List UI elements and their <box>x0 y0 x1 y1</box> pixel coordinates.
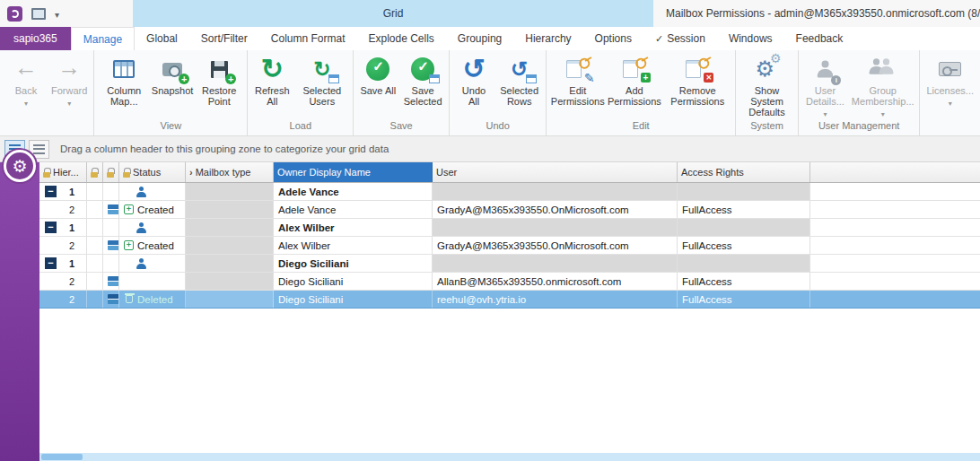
cell[interactable] <box>103 237 119 254</box>
mailbox-type-cell[interactable] <box>186 291 274 308</box>
column-header-user[interactable]: User <box>433 162 678 182</box>
save-all-button[interactable]: Save All <box>356 52 399 96</box>
cell[interactable] <box>103 273 119 290</box>
hierarchy-cell[interactable]: 2 <box>39 291 87 308</box>
access-rights-cell[interactable]: FullAccess <box>678 291 810 308</box>
status-cell[interactable] <box>119 183 186 200</box>
column-header-locked-1[interactable] <box>87 162 103 182</box>
collapse-icon[interactable] <box>45 186 57 197</box>
access-rights-cell[interactable] <box>678 255 810 272</box>
tab-feedback[interactable]: Feedback <box>784 27 855 50</box>
tab-manage[interactable]: Manage <box>71 27 135 50</box>
tab-hierarchy[interactable]: Hierarchy <box>513 27 582 50</box>
owner-cell[interactable]: Diego Siciliani <box>274 255 433 272</box>
user-cell[interactable]: GradyA@M365x393550.OnMicrosoft.com <box>433 201 678 218</box>
tab-session[interactable]: Session <box>643 27 717 50</box>
owner-cell[interactable]: Adele Vance <box>274 183 433 200</box>
access-rights-cell[interactable]: FullAccess <box>678 201 810 218</box>
refresh-all-button[interactable]: Refresh All <box>250 52 293 107</box>
hierarchy-cell[interactable]: 1 <box>39 183 87 200</box>
tab-global[interactable]: Global <box>135 27 189 50</box>
scrollbar-thumb[interactable] <box>41 454 83 460</box>
cell[interactable] <box>87 291 103 308</box>
horizontal-scrollbar[interactable] <box>39 453 980 461</box>
cell[interactable] <box>87 273 103 290</box>
group-row[interactable]: 1 Diego Siciliani <box>39 255 980 273</box>
snapshot-button[interactable]: Snapshot <box>151 52 194 96</box>
undo-all-button[interactable]: Undo All <box>452 52 495 107</box>
licenses-button[interactable]: Licenses... <box>923 52 977 109</box>
cell[interactable] <box>103 291 119 308</box>
owner-cell[interactable]: Diego Siciliani <box>274 291 433 308</box>
column-header-status[interactable]: Status <box>119 162 186 182</box>
mailbox-type-cell[interactable] <box>186 219 274 236</box>
owner-cell[interactable]: Alex Wilber <box>274 237 433 254</box>
user-cell[interactable] <box>433 219 678 236</box>
user-cell[interactable] <box>433 255 678 272</box>
cell[interactable] <box>87 255 103 272</box>
tab-column-format[interactable]: Column Format <box>259 27 357 50</box>
group-row[interactable]: 1 Adele Vance <box>39 183 980 201</box>
mailbox-type-cell[interactable] <box>186 183 274 200</box>
remove-permissions-button[interactable]: Remove Permissions <box>662 52 732 107</box>
grouping-zone[interactable]: Drag a column header to this grouping zo… <box>0 136 980 162</box>
cell[interactable] <box>87 183 103 200</box>
window-icon[interactable] <box>31 8 46 20</box>
column-header-access-rights[interactable]: Access Rights <box>678 162 810 182</box>
show-system-defaults-button[interactable]: Show System Defaults <box>739 52 795 117</box>
group-membership-button[interactable]: Group Membership... <box>849 52 916 120</box>
tab-sapio365[interactable]: sapio365 <box>0 27 71 50</box>
forward-button[interactable]: Forward <box>48 52 91 109</box>
detail-row[interactable]: 2 Created Alex Wilber GradyA@M365x393550… <box>39 237 980 255</box>
grid-window-tab[interactable]: Grid <box>133 0 653 27</box>
collapse-icon[interactable] <box>45 257 57 269</box>
tab-windows[interactable]: Windows <box>717 27 784 50</box>
hierarchy-cell[interactable]: 2 <box>39 201 87 218</box>
app-icon[interactable] <box>7 6 22 22</box>
column-header-hierarchy[interactable]: Hier... <box>39 162 87 182</box>
cell[interactable] <box>87 237 103 254</box>
status-cell[interactable] <box>119 255 186 272</box>
column-header-owner-display-name[interactable]: Owner Display Name <box>274 162 433 182</box>
owner-cell[interactable]: Alex Wilber <box>274 219 433 236</box>
edit-permissions-button[interactable]: Edit Permissions <box>549 52 606 107</box>
tab-options[interactable]: Options <box>583 27 643 50</box>
user-cell[interactable]: AllanB@M365x393550.onmicrosoft.com <box>433 273 678 290</box>
group-row[interactable]: 1 Alex Wilber <box>39 219 980 237</box>
status-cell[interactable]: Deleted <box>119 291 186 308</box>
cell[interactable] <box>103 219 119 236</box>
cell[interactable] <box>103 255 119 272</box>
hierarchy-cell[interactable]: 2 <box>39 273 87 290</box>
owner-cell[interactable]: Diego Siciliani <box>274 273 433 290</box>
user-cell[interactable]: GradyA@M365x393550.OnMicrosoft.com <box>433 237 678 254</box>
save-selected-button[interactable]: Save Selected <box>399 52 446 107</box>
add-permissions-button[interactable]: Add Permissions <box>606 52 662 107</box>
cell[interactable] <box>103 183 119 200</box>
cell[interactable] <box>87 219 103 236</box>
tab-sort-filter[interactable]: Sort/Filter <box>189 27 259 50</box>
mailbox-type-cell[interactable] <box>186 273 274 290</box>
access-rights-cell[interactable]: FullAccess <box>678 273 810 290</box>
owner-cell[interactable]: Adele Vance <box>274 201 433 218</box>
access-rights-cell[interactable]: FullAccess <box>678 237 810 254</box>
status-cell[interactable] <box>119 219 186 236</box>
mailbox-type-cell[interactable] <box>186 237 274 254</box>
user-cell[interactable] <box>433 183 678 200</box>
detail-row[interactable]: 2 Diego Siciliani AllanB@M365x393550.onm… <box>39 273 980 291</box>
mailbox-type-cell[interactable] <box>186 255 274 272</box>
user-details-button[interactable]: User Details... <box>801 52 849 120</box>
collapse-icon[interactable] <box>45 222 57 233</box>
tab-grouping[interactable]: Grouping <box>446 27 513 50</box>
settings-gear-button[interactable] <box>4 150 36 182</box>
cell[interactable] <box>103 201 119 218</box>
status-cell[interactable]: Created <box>119 201 186 218</box>
hierarchy-cell[interactable]: 2 <box>39 237 87 254</box>
access-rights-cell[interactable] <box>678 219 810 236</box>
cell[interactable] <box>87 201 103 218</box>
column-map-button[interactable]: Column Map... <box>97 52 151 107</box>
mailbox-type-cell[interactable] <box>186 201 274 218</box>
status-cell[interactable] <box>119 273 186 290</box>
user-cell[interactable]: reehul@ovh.ytria.io <box>433 291 678 308</box>
tab-explode-cells[interactable]: Explode Cells <box>356 27 445 50</box>
refresh-selected-users-button[interactable]: Selected Users <box>293 52 350 107</box>
